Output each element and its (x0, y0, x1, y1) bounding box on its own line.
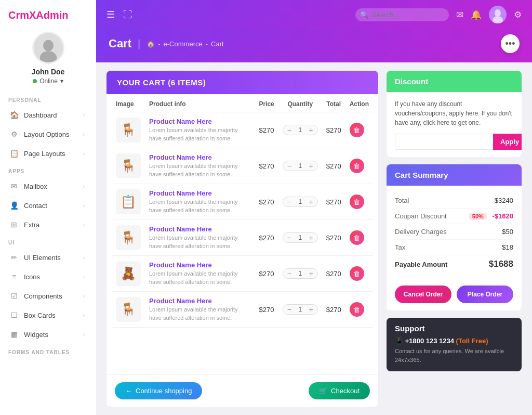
cart-panel: YOUR CART (6 ITEMS) Image Product info P… (107, 71, 378, 407)
sidebar-item-label: Mailbox (24, 183, 47, 190)
qty-decrease-button[interactable]: − (286, 234, 292, 241)
qty-increase-button[interactable]: + (308, 198, 314, 205)
discount-value-group: 50% -$1620 (469, 212, 513, 220)
gear-icon[interactable]: ⚙ (514, 9, 522, 20)
sidebar-item-mailbox[interactable]: ✉ Mailbox › (3, 177, 93, 196)
sidebar-item-dashboard[interactable]: 🏠 Dashboard › (3, 106, 93, 124)
sidebar-item-ui-elements[interactable]: ✏ UI Elements › (3, 248, 93, 267)
table-row: 🧸 Product Name Here Lorem Ipsum availabl… (112, 256, 373, 292)
sidebar-item-layout-options[interactable]: ⚙ Layout Options › (3, 125, 93, 144)
payable-value: $1688 (489, 259, 513, 269)
components-icon: ☑ (9, 291, 19, 301)
table-row: 🪑 Product Name Here Lorem Ipsum availabl… (112, 292, 373, 328)
qty-value: 1 (297, 198, 304, 205)
sidebar-item-icons[interactable]: ≡ Icons › (3, 267, 93, 286)
support-title: Support (395, 324, 513, 333)
menu-icon[interactable]: ☰ (107, 9, 115, 20)
checkout-button[interactable]: 🛒 Checkout (309, 382, 370, 399)
delete-item-button[interactable]: 🗑 (350, 302, 364, 317)
product-desc: Lorem Ipsum available the majority have … (149, 306, 250, 322)
qty-decrease-button[interactable]: − (286, 270, 292, 277)
delivery-label: Delivery Charges (395, 228, 447, 236)
status-indicator (33, 79, 37, 83)
cancel-order-button[interactable]: Cancel Order (395, 286, 451, 303)
sidebar-item-label: Layout Options (24, 131, 69, 138)
cart-header-title: YOUR CART (6 ITEMS) (117, 78, 368, 87)
chevron-right-icon: › (83, 274, 85, 280)
cart-header: YOUR CART (6 ITEMS) (107, 71, 378, 94)
widgets-icon: ▦ (9, 330, 19, 339)
chevron-down-icon: ▾ (60, 77, 63, 85)
product-image: 🪑 (116, 297, 141, 322)
discount-percent-badge: 50% (469, 213, 487, 220)
sidebar-item-widgets[interactable]: ▦ Widgets › (3, 325, 93, 344)
summary-row-tax: Tax $18 (395, 240, 513, 255)
qty-increase-button[interactable]: + (308, 126, 314, 134)
chevron-right-icon: › (83, 203, 85, 209)
discount-label: Coupan Discount (395, 212, 447, 220)
delete-item-button[interactable]: 🗑 (350, 266, 364, 281)
product-desc: Lorem Ipsum available the majority have … (149, 162, 250, 178)
product-name: Product Name Here (149, 189, 250, 197)
discount-amount: -$1620 (493, 212, 513, 220)
checkout-label: Checkout (331, 387, 360, 395)
delete-item-button[interactable]: 🗑 (350, 230, 364, 245)
discount-header: Discount (387, 71, 522, 92)
place-order-button[interactable]: Place Order (457, 286, 513, 303)
qty-increase-button[interactable]: + (308, 234, 314, 241)
continue-shopping-button[interactable]: ← Continue shopping (115, 382, 202, 399)
sidebar-item-components[interactable]: ☑ Components › (3, 287, 93, 305)
product-price: $270 (259, 306, 274, 314)
bell-icon[interactable]: 🔔 (471, 9, 482, 20)
chevron-right-icon: › (83, 332, 85, 338)
total-label: Total (395, 197, 409, 204)
search-input[interactable] (355, 8, 449, 21)
apply-discount-button[interactable]: Apply (493, 134, 522, 150)
summary-row-payable: Payable Amount $1688 (395, 255, 513, 273)
delete-item-button[interactable]: 🗑 (350, 159, 364, 173)
topbar-avatar[interactable] (489, 6, 507, 23)
delete-item-button[interactable]: 🗑 (350, 194, 364, 209)
quantity-control: − 1 + (283, 304, 318, 315)
fullscreen-icon[interactable]: ⛶ (123, 9, 132, 20)
sidebar-item-box-cards[interactable]: ☐ Box Cards › (3, 306, 93, 325)
qty-increase-button[interactable]: + (308, 306, 314, 313)
qty-increase-button[interactable]: + (308, 162, 314, 170)
product-name: Product Name Here (149, 153, 250, 161)
discount-code-input[interactable] (395, 134, 493, 150)
mail-icon[interactable]: ✉ (456, 9, 463, 20)
discount-title: Discount (395, 77, 513, 86)
product-image: 🪑 (116, 225, 141, 250)
product-name: Product Name Here (149, 261, 250, 269)
breadcrumb-sep2: - (206, 40, 208, 48)
product-price: $270 (259, 126, 274, 134)
cart-summary-header: Cart Summary (387, 164, 522, 186)
qty-increase-button[interactable]: + (308, 270, 314, 277)
qty-decrease-button[interactable]: − (286, 162, 292, 170)
sidebar-section-ui: UI ✏ UI Elements › ≡ Icons › ☑ Component… (0, 235, 96, 344)
layout-icon: 📋 (9, 149, 19, 158)
sidebar-item-contact[interactable]: 👤 Contact › (3, 196, 93, 215)
sidebar-item-label: Box Cards (24, 312, 56, 319)
search-wrap: 🔍 (355, 8, 449, 21)
icons-icon: ≡ (9, 272, 19, 281)
sidebar-item-page-layouts[interactable]: 📋 Page Layouts › (3, 144, 93, 163)
product-total: $270 (326, 162, 341, 170)
delivery-value: $50 (502, 228, 513, 236)
table-row: 🪑 Product Name Here Lorem Ipsum availabl… (112, 148, 373, 184)
tax-label: Tax (395, 243, 405, 251)
quantity-control: − 1 + (283, 125, 318, 135)
more-options-button[interactable]: ••• (501, 34, 520, 53)
delete-item-button[interactable]: 🗑 (350, 123, 364, 137)
product-price: $270 (259, 198, 274, 206)
user-status[interactable]: Online ▾ (33, 77, 63, 85)
support-text: Contact us for any queries. We are avail… (395, 347, 513, 364)
qty-decrease-button[interactable]: − (286, 126, 292, 134)
qty-decrease-button[interactable]: − (286, 306, 292, 313)
sidebar-item-extra[interactable]: ⊞ Extra › (3, 215, 93, 234)
section-label-ui: UI (0, 235, 96, 248)
qty-decrease-button[interactable]: − (286, 198, 292, 205)
breadcrumb-sep: - (158, 40, 160, 48)
svg-point-4 (495, 9, 501, 17)
product-total: $270 (326, 306, 341, 314)
